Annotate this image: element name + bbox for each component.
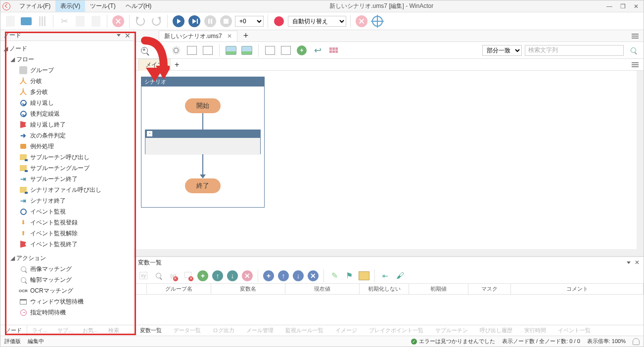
var-tab-image[interactable]: イメージ [329,325,363,336]
node-time-wait[interactable]: 指定時間待機 [1,307,133,318]
var-paint-button[interactable]: 🖌 [394,269,407,282]
match-mode-select[interactable]: 部分一致 [482,45,522,56]
node-post-loop[interactable]: 後判定繰返 [1,108,133,119]
zoom-in-button[interactable] [138,44,151,57]
inner-tab-add-button[interactable]: + [175,60,179,69]
var-add-button[interactable]: + [196,269,209,282]
collapse-icon[interactable]: - [147,131,152,136]
var-edit-button[interactable]: ✎ [328,269,341,282]
step-button[interactable] [187,14,201,28]
panel-dropdown-icon[interactable] [117,34,121,37]
speed-select[interactable]: +0 [235,16,264,27]
var-xy-button[interactable]: xy [137,269,150,282]
var-tab-break[interactable]: ブレイクポイント一覧 [363,325,429,336]
node-multibranch[interactable]: 人多分岐 [1,87,133,97]
layout1-button[interactable] [185,44,198,57]
var-search-button[interactable] [152,269,165,282]
scenario-container[interactable]: シナリオ 開始 - 終了 [141,77,265,208]
var-up-button[interactable]: ↑ [211,269,224,282]
image1-button[interactable] [225,44,237,57]
doc-tabs-menu-icon[interactable] [632,34,639,39]
redo-button[interactable] [149,14,163,28]
var-del1-button[interactable]: {x}✕ [167,269,180,282]
search-button[interactable] [627,44,640,57]
var-flag-button[interactable]: ⚑ [343,269,356,282]
undo-button[interactable] [134,14,147,28]
var-remove-button[interactable]: ✕ [241,269,254,282]
var-tab-mail[interactable]: メール管理 [240,325,279,336]
inner-tab-main[interactable]: メイン [138,59,171,71]
play-button[interactable] [172,14,185,28]
doc-tab-scenario[interactable]: 新しいシナリオ.ums7✕ [159,31,237,42]
maximize-button[interactable]: ❐ [620,3,626,10]
vertical-scrollbar[interactable] [637,71,644,256]
save-button[interactable] [35,14,49,28]
var-remove2-button[interactable]: ✕ [307,269,320,282]
node-ocr-match[interactable]: OCROCRマッチング [1,285,133,296]
menu-help[interactable]: ヘルプ(H) [121,0,157,12]
open-file-button[interactable] [19,14,33,28]
drop-zone[interactable]: - [145,130,261,154]
layout2-button[interactable] [201,44,214,57]
menu-view[interactable]: 表示(V) [55,0,85,12]
doc-tab-close-icon[interactable]: ✕ [227,33,232,40]
node-event-end[interactable]: イベント監視終了 [1,239,133,250]
node-event-watch[interactable]: イベント監視 [1,206,133,217]
cut-button[interactable]: ✂ [57,14,71,28]
node-tab-sub[interactable]: サブ... [52,325,78,336]
settings-button[interactable] [170,44,183,57]
node-loop-end[interactable]: 繰り返し終了 [1,119,133,130]
node-scenario-end[interactable]: ⇥シナリオ終了 [1,195,133,206]
var-tab-log[interactable]: ログ出力 [207,325,240,336]
var-tab-event[interactable]: イベント一覧 [552,325,597,336]
end-node[interactable]: 終了 [185,178,221,193]
pause-button[interactable] [203,14,217,28]
stop-button[interactable] [219,14,233,28]
node-sub-call[interactable]: サブルーチン呼び出し [1,152,133,163]
doc-tab-add-button[interactable]: + [243,31,249,41]
var-down-button[interactable]: ↓ [226,269,239,282]
node-branch[interactable]: 人分岐 [1,76,133,87]
minimize-button[interactable]: — [606,3,612,10]
var-up2-button[interactable]: ↑ [277,269,290,282]
node-tab-lib[interactable]: ライ... [27,325,52,336]
var-close-button[interactable]: ✕ [635,259,640,266]
zoom-out-button[interactable] [154,44,167,57]
close-button[interactable]: ✕ [634,3,639,10]
node-sub-end[interactable]: ⇥サブルーチン終了 [1,174,133,184]
node-tree[interactable]: ◢ノード ◢フロー グループ 人分岐 人多分岐 繰り返し 後判定繰返 繰り返し終… [0,41,134,325]
stop-close-button[interactable] [111,14,125,28]
node-loop[interactable]: 繰り返し [1,97,133,108]
abort-button[interactable] [355,14,368,28]
node-scenario-call[interactable]: シナリオファイル呼び出し [1,184,133,195]
var-tab-data[interactable]: データ一覧 [168,325,207,336]
record-button[interactable] [272,14,286,28]
node-window-wait[interactable]: ウィンドウ状態待機 [1,296,133,307]
paste-button[interactable] [89,14,103,28]
search-input[interactable]: 検索文字列 [525,45,624,56]
menu-file[interactable]: ファイル(F) [14,0,55,12]
var-align-button[interactable]: ⇤ [379,269,392,282]
var-tab-watch[interactable]: 監視ルール一覧 [279,325,329,336]
var-down2-button[interactable]: ↓ [292,269,305,282]
node-exception[interactable]: 例外処理 [1,141,133,152]
var-tab-time[interactable]: 実行時間 [518,325,552,336]
grid-button[interactable] [327,44,340,57]
flowchart-canvas[interactable]: シナリオ 開始 - 終了 [134,71,644,257]
node-tab-search[interactable]: 検索 [103,325,124,336]
var-tab-call[interactable]: 呼び出し履歴 [474,325,518,336]
node-group[interactable]: グループ [1,65,133,76]
node-tab-fav[interactable]: お気... [78,325,103,336]
target-button[interactable] [370,14,384,28]
add-node-button[interactable]: + [295,44,308,57]
var-tab-sub[interactable]: サブルーチン [429,325,474,336]
bell-icon[interactable] [633,338,640,345]
menu-tool[interactable]: ツール(T) [85,0,120,12]
image2-button[interactable] [240,44,253,57]
var-rect-button[interactable] [358,269,370,282]
inner-tabs-menu-icon[interactable] [632,62,639,67]
mode-select[interactable]: 自動切り替え [288,16,346,27]
panel-close-button[interactable]: ✕ [125,32,131,40]
node-contour-match[interactable]: 輪郭マッチング [1,274,133,285]
var-tab-vars[interactable]: 変数一覧 [134,325,168,336]
